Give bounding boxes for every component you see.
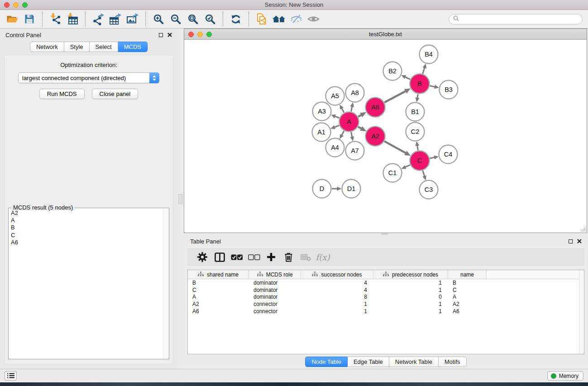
edge-A-A3[interactable]	[335, 116, 339, 118]
save-icon[interactable]	[21, 11, 38, 27]
deselect-all-checks-icon[interactable]	[245, 249, 263, 265]
table-row[interactable]: Bdominator41B	[188, 279, 584, 286]
export-image-icon[interactable]	[124, 11, 141, 27]
table-cell[interactable]: 1	[301, 301, 373, 307]
eye-icon[interactable]	[305, 11, 322, 27]
table-cell[interactable]: 1	[373, 308, 448, 315]
run-mcds-button[interactable]: Run MCDS	[39, 89, 85, 99]
table-cell[interactable]: A6	[188, 308, 249, 315]
table-cell[interactable]: 1	[373, 301, 448, 307]
table-cell[interactable]: connector	[249, 308, 301, 315]
edge-A-A4[interactable]	[342, 131, 344, 135]
tab-style[interactable]: Style	[64, 42, 90, 52]
edge-A-A7[interactable]	[351, 132, 352, 138]
tab-network[interactable]: Network	[30, 42, 64, 52]
table-cell[interactable]: A6	[448, 308, 487, 315]
edge-A2-C[interactable]	[384, 141, 406, 153]
table-cell[interactable]: A2	[448, 301, 487, 307]
vertical-split-divider[interactable]	[177, 29, 184, 369]
column-header-mcds-role[interactable]: MCDS role	[249, 270, 301, 279]
table-cell[interactable]: C	[188, 287, 249, 293]
table-cell[interactable]: B	[188, 280, 249, 286]
column-header-shared-name[interactable]: shared name	[188, 270, 249, 279]
network-canvas[interactable]: B4B2BB3A5A8A6B1A3AA1C2A2A4A7C4CC1DD1C3	[184, 40, 587, 233]
show-panels-button[interactable]	[5, 371, 17, 381]
table-cell[interactable]: A	[448, 294, 487, 300]
network-documents-icon[interactable]	[253, 11, 270, 27]
table-cell[interactable]: 0	[373, 294, 448, 300]
edge-B-B4[interactable]	[423, 67, 425, 74]
table-cell[interactable]: 1	[373, 287, 448, 293]
mcds-result-item[interactable]: A	[11, 217, 169, 224]
eye-hidden-icon[interactable]	[287, 11, 305, 27]
search-box[interactable]	[449, 14, 583, 24]
tab-select[interactable]: Select	[90, 42, 118, 52]
float-panel-icon[interactable]	[159, 33, 163, 37]
tab-mcds[interactable]: MCDS	[118, 42, 148, 52]
home-icon[interactable]	[270, 11, 287, 27]
optimization-criterion-dropdown[interactable]: largest connected component (directed)	[18, 72, 159, 83]
edge-C-C2[interactable]	[417, 145, 418, 150]
column-header-successor-nodes[interactable]: successor nodes	[301, 270, 373, 279]
zoom-fit-icon[interactable]	[184, 11, 201, 27]
memory-button[interactable]: Memory	[547, 371, 583, 381]
tab-motifs[interactable]: Motifs	[439, 357, 467, 367]
table-row[interactable]: A6connector11A6	[188, 308, 584, 315]
edge-A-A5[interactable]	[342, 108, 344, 113]
table-cell[interactable]: A2	[188, 301, 249, 307]
edge-A-A2[interactable]	[358, 127, 362, 129]
delete-row-icon[interactable]	[280, 249, 297, 265]
edge-A-A8[interactable]	[351, 106, 352, 112]
export-network-icon[interactable]	[90, 11, 107, 27]
table-cell[interactable]: 4	[301, 280, 373, 286]
table-cell[interactable]: 1	[373, 280, 448, 286]
mcds-result-item[interactable]: B	[11, 224, 169, 231]
table-cell[interactable]: dominator	[249, 287, 301, 293]
table-row[interactable]: A2connector11A2	[188, 300, 584, 308]
table-cell[interactable]: 4	[301, 287, 373, 293]
edge-B-B3[interactable]	[430, 86, 435, 87]
table-scrollbar[interactable]	[579, 270, 584, 354]
table-cell[interactable]: 1	[301, 308, 373, 315]
table-row[interactable]: Cdominator41C	[188, 286, 584, 294]
settings-gear-icon[interactable]	[194, 249, 211, 265]
close-panel-icon[interactable]	[167, 32, 172, 38]
table-cell[interactable]: C	[448, 287, 487, 293]
tab-node-table[interactable]: Node Table	[305, 357, 348, 367]
table-cell[interactable]: A	[188, 294, 249, 300]
table-cell[interactable]: dominator	[249, 280, 301, 286]
close-panel-icon[interactable]	[577, 238, 582, 245]
table-cell[interactable]: B	[448, 280, 487, 286]
edge-A-A1[interactable]	[335, 125, 339, 127]
column-header-name[interactable]: name	[448, 270, 487, 279]
column-header-predecessor-nodes[interactable]: predecessor nodes	[373, 270, 448, 279]
import-table-icon[interactable]	[64, 11, 81, 27]
edge-A6-B[interactable]	[384, 91, 406, 102]
result-scrollbar[interactable]	[163, 209, 168, 358]
edge-B-B2[interactable]	[405, 77, 411, 79]
resize-grip-icon[interactable]	[580, 226, 586, 232]
edge-B-B1[interactable]	[417, 94, 418, 98]
export-table-icon[interactable]	[107, 11, 124, 27]
search-input[interactable]	[462, 14, 582, 24]
mcds-result-item[interactable]: A6	[11, 239, 169, 246]
table-cell[interactable]: 8	[301, 294, 373, 300]
close-panel-button[interactable]: Close panel	[92, 89, 139, 99]
add-row-icon[interactable]	[263, 249, 280, 265]
table-cell[interactable]: dominator	[249, 294, 301, 300]
zoom-out-icon[interactable]	[167, 11, 184, 27]
import-network-icon[interactable]	[47, 11, 64, 27]
edge-C-C3[interactable]	[423, 171, 425, 176]
mcds-result-item[interactable]: C	[11, 232, 169, 239]
zoom-selected-icon[interactable]	[201, 11, 219, 27]
edge-A-A6[interactable]	[358, 115, 362, 117]
edge-C-C1[interactable]	[405, 165, 410, 167]
edge-C-C4[interactable]	[430, 157, 435, 158]
float-panel-icon[interactable]	[569, 239, 573, 243]
tab-network-table[interactable]: Network Table	[389, 357, 439, 367]
show-columns-icon[interactable]	[211, 249, 228, 265]
open-folder-icon[interactable]	[4, 11, 21, 27]
split-handle[interactable]	[382, 233, 388, 235]
refresh-icon[interactable]	[227, 11, 244, 27]
tab-edge-table[interactable]: Edge Table	[348, 357, 389, 367]
